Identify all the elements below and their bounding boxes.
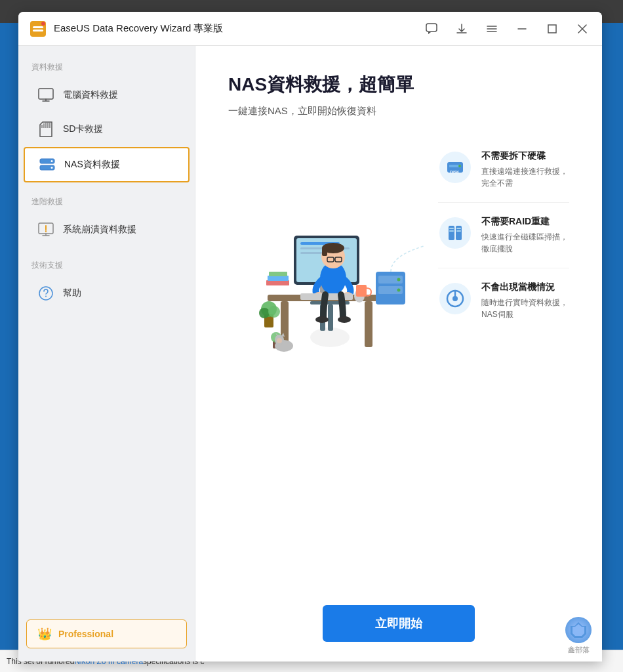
sidebar-section-3-label: 技術支援: [18, 260, 195, 276]
svg-point-15: [51, 167, 53, 169]
sidebar: 資料救援 電腦資料救援: [18, 46, 195, 662]
computer-icon: [37, 86, 55, 104]
close-btn[interactable]: [573, 20, 592, 38]
sidebar-item-computer[interactable]: 電腦資料救援: [24, 79, 190, 112]
crash-icon: [37, 220, 55, 239]
crown-icon: 👑: [37, 627, 52, 641]
sidebar-section-1-label: 資料救援: [18, 62, 195, 78]
title-bar-controls: [422, 20, 592, 38]
feature-desc-3: 隨時進行實時資料救援，NAS伺服: [481, 297, 569, 320]
feature-title-1: 不需要拆下硬碟: [481, 150, 569, 162]
sidebar-item-help[interactable]: 幫助: [24, 277, 190, 310]
app-title: EaseUS Data Recovery Wizard 專業版: [54, 22, 223, 35]
svg-point-80: [452, 296, 458, 301]
svg-point-48: [259, 308, 270, 318]
svg-rect-65: [269, 272, 287, 276]
minimize-btn[interactable]: [513, 20, 531, 38]
svg-point-14: [51, 160, 53, 162]
svg-point-56: [277, 338, 282, 343]
svg-text:DISK: DISK: [450, 170, 460, 174]
maximize-btn[interactable]: [543, 20, 561, 38]
svg-rect-77: [456, 230, 461, 232]
feature-item-3: 不會出現當機情況 隨時進行實時資料救援，NAS伺服: [438, 268, 569, 333]
start-button[interactable]: 立即開始: [323, 605, 475, 642]
disk-icon: DISK: [438, 150, 472, 184]
title-bar: EaseUS Data Recovery Wizard 專業版: [18, 12, 602, 46]
svg-rect-74: [449, 228, 454, 229]
svg-point-3: [41, 22, 45, 26]
sidebar-item-nas[interactable]: NAS資料救援: [24, 147, 190, 182]
app-window: EaseUS Data Recovery Wizard 專業版: [18, 12, 602, 662]
sidebar-item-crash[interactable]: 系統崩潰資料救援: [24, 213, 190, 246]
watermark-label: 鑫部落: [568, 645, 590, 655]
watermark-logo: [565, 617, 592, 643]
sidebar-label-sd: SD卡救援: [63, 123, 103, 135]
sidebar-label-crash: 系統崩潰資料救援: [63, 224, 136, 236]
content-title: NAS資料救援，超簡單: [228, 72, 569, 97]
svg-rect-6: [39, 89, 53, 99]
svg-rect-5: [548, 25, 556, 33]
content-inner: NAS資料救援，超簡單 一鍵連接NAS，立即開始恢復資料: [195, 46, 602, 592]
start-button-area: 立即開始: [195, 592, 602, 662]
feature-text-3: 不會出現當機情況 隨時進行實時資料救援，NAS伺服: [481, 282, 569, 320]
svg-rect-62: [356, 285, 367, 297]
svg-rect-36: [322, 248, 327, 256]
feature-text-1: 不需要拆下硬碟 直接遠端連接進行救援，完全不需: [481, 150, 569, 189]
sidebar-label-nas: NAS資料救援: [64, 159, 120, 171]
sidebar-section-2-label: 進階救援: [18, 196, 195, 213]
svg-point-49: [268, 306, 280, 318]
svg-rect-1: [33, 26, 43, 28]
svg-rect-63: [266, 280, 289, 285]
svg-marker-82: [573, 624, 584, 636]
title-bar-left: EaseUS Data Recovery Wizard 專業版: [29, 20, 223, 38]
power-icon: [438, 282, 472, 316]
svg-rect-75: [449, 230, 454, 232]
illustration-area: [228, 137, 425, 373]
features-area: DISK 不需要拆下硬碟 直接遠端連接進行救援，完全不需: [228, 137, 569, 373]
sidebar-label-computer: 電腦資料救援: [63, 89, 118, 101]
raid-icon: [438, 216, 472, 250]
nas-icon: [38, 156, 56, 174]
feature-title-3: 不會出現當機情況: [481, 282, 569, 293]
svg-rect-4: [426, 24, 437, 32]
watermark: 鑫部落: [565, 617, 592, 655]
svg-point-18: [45, 296, 47, 297]
svg-point-69: [458, 165, 461, 167]
help-icon: [37, 284, 55, 303]
svg-point-45: [338, 316, 351, 323]
svg-point-71: [439, 217, 471, 249]
content-subtitle: 一鍵連接NAS，立即開始恢復資料: [228, 105, 569, 117]
svg-rect-32: [328, 304, 333, 331]
feature-item-2: 不需要RAID重建 快速進行全磁碟區掃描，徹底擺脫: [438, 203, 569, 268]
svg-rect-2: [33, 30, 43, 32]
content-area: NAS資料救援，超簡單 一鍵連接NAS，立即開始恢復資料: [195, 46, 602, 662]
sidebar-label-help: 幫助: [63, 287, 81, 299]
feature-text-2: 不需要RAID重建 快速進行全磁碟區掃描，徹底擺脫: [481, 216, 569, 255]
chat-icon-btn[interactable]: [422, 20, 441, 38]
feature-desc-2: 快速進行全磁碟區掃描，徹底擺脫: [481, 231, 569, 255]
svg-rect-21: [365, 301, 372, 347]
feature-title-2: 不需要RAID重建: [481, 216, 569, 228]
professional-label: Professional: [58, 629, 113, 639]
menu-icon-btn[interactable]: [483, 20, 501, 38]
professional-badge[interactable]: 👑 Professional: [26, 620, 187, 648]
svg-point-61: [397, 289, 401, 292]
app-icon: [29, 20, 47, 38]
svg-point-44: [315, 316, 329, 323]
main-area: 資料救援 電腦資料救援: [18, 46, 602, 662]
features-list: DISK 不需要拆下硬碟 直接遠端連接進行救援，完全不需: [438, 137, 569, 333]
svg-rect-64: [268, 276, 289, 281]
feature-desc-1: 直接遠端連接進行救援，完全不需: [481, 165, 569, 189]
download-icon-btn[interactable]: [452, 20, 471, 38]
sd-card-icon: [37, 120, 55, 138]
svg-point-60: [397, 278, 401, 282]
svg-rect-76: [456, 228, 461, 229]
sidebar-item-sd[interactable]: SD卡救援: [24, 113, 190, 146]
feature-item-1: DISK 不需要拆下硬碟 直接遠端連接進行救援，完全不需: [438, 137, 569, 203]
